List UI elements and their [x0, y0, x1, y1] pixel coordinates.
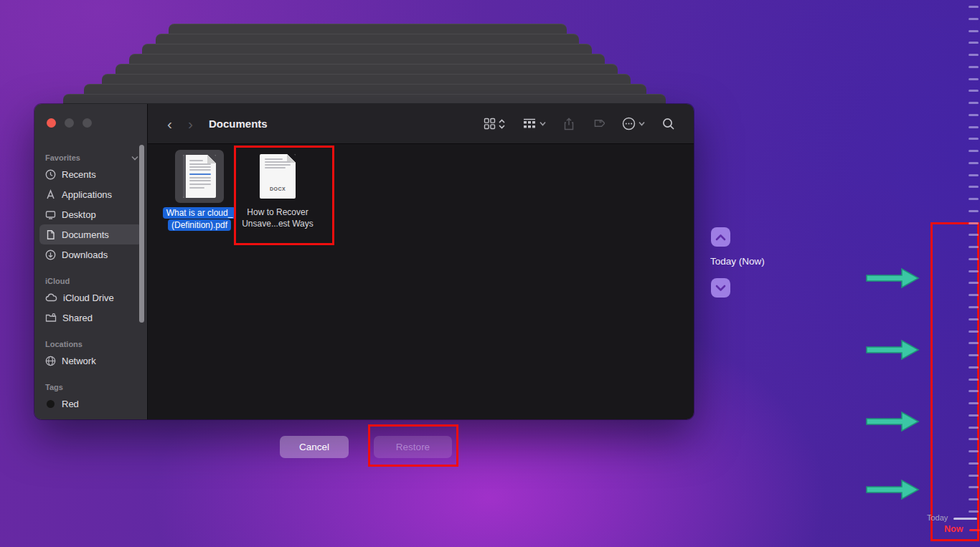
sidebar-item-tag-orange[interactable]: Orange	[39, 414, 142, 419]
sidebar-item-label: Documents	[62, 229, 109, 240]
finder-window: Favorites Recents Applications	[34, 104, 694, 419]
sidebar-item-label: Downloads	[62, 249, 108, 260]
desktop-icon	[45, 209, 56, 220]
file-pdf[interactable]: What is ar cloud_ (Definition).pdf	[161, 150, 237, 231]
sidebar-item-network[interactable]: Network	[39, 351, 142, 371]
green-arrow-icon	[864, 338, 920, 361]
sidebar-item-label: Desktop	[62, 209, 96, 220]
tags-button	[583, 118, 613, 130]
sidebar-item-desktop[interactable]: Desktop	[39, 204, 142, 224]
red-tag-dot-icon	[47, 400, 55, 408]
globe-icon	[45, 356, 56, 366]
cloud-icon	[45, 292, 57, 303]
pdf-file-icon	[175, 150, 224, 203]
file-browser-area[interactable]: What is ar cloud_ (Definition).pdf DOCX	[148, 144, 694, 419]
shared-folder-icon	[45, 313, 57, 323]
cancel-button[interactable]: Cancel	[280, 436, 349, 458]
timeline-today-label: Today	[927, 513, 948, 522]
sidebar-section-icloud: iCloud	[34, 275, 147, 287]
sidebar-item-label: Recents	[62, 169, 96, 180]
section-label: Tags	[45, 383, 63, 391]
chevron-down-icon[interactable]	[131, 156, 138, 161]
download-circle-icon	[45, 249, 56, 260]
sidebar-section-tags: Tags	[34, 381, 147, 394]
chevron-down-icon	[715, 285, 726, 292]
sidebar-item-applications[interactable]: Applications	[39, 184, 142, 204]
tag-icon	[592, 118, 605, 130]
timeline-up-button[interactable]	[711, 227, 730, 247]
timeline-now-tick[interactable]	[969, 529, 980, 531]
sidebar-item-label: Network	[62, 356, 96, 366]
grid-view-icon	[484, 118, 496, 130]
group-by-icon	[522, 118, 537, 129]
sort-chevrons-icon	[499, 119, 505, 129]
sidebar-section-locations: Locations	[34, 338, 147, 351]
sidebar-item-label: Applications	[62, 189, 112, 200]
minimize-button	[65, 118, 74, 128]
sidebar-item-recents[interactable]: Recents	[39, 164, 142, 184]
timeline-current-label: Today (Now)	[710, 256, 765, 267]
more-options-button[interactable]	[613, 117, 654, 130]
sidebar-item-downloads[interactable]: Downloads	[39, 244, 142, 265]
timeline-down-button[interactable]	[711, 278, 730, 298]
section-label: iCloud	[45, 277, 70, 285]
group-by-button[interactable]	[514, 118, 555, 129]
forward-button: ›	[188, 116, 193, 131]
window-controls	[47, 118, 92, 128]
sidebar-item-shared[interactable]: Shared	[39, 308, 142, 328]
close-button[interactable]	[47, 118, 56, 128]
zoom-button	[83, 118, 92, 128]
sidebar-section-favorites: Favorites	[34, 151, 147, 164]
timeline-today-tick[interactable]	[953, 518, 977, 520]
green-arrow-icon	[864, 267, 920, 290]
sidebar-item-documents[interactable]: Documents	[39, 224, 142, 244]
more-options-icon	[622, 117, 636, 130]
view-mode-button[interactable]	[475, 118, 514, 130]
sidebar-item-tag-red[interactable]: Red	[39, 394, 142, 414]
search-icon	[662, 118, 675, 130]
share-button	[555, 118, 583, 130]
sidebar-item-label: Red	[62, 399, 79, 409]
time-machine-screen: Favorites Recents Applications	[0, 0, 980, 547]
sidebar-item-label: Orange	[62, 419, 93, 420]
sidebar-scrollbar[interactable]	[139, 145, 144, 323]
search-button[interactable]	[654, 118, 684, 130]
restore-button[interactable]: Restore	[374, 436, 452, 458]
section-label: Favorites	[45, 153, 80, 162]
finder-sidebar: Favorites Recents Applications	[34, 104, 148, 419]
file-name-line: (Definition).pdf	[168, 219, 231, 231]
finder-toolbar: ‹ › Documents	[148, 104, 694, 144]
chevron-down-icon	[639, 121, 645, 126]
sidebar-item-label: iCloud Drive	[63, 292, 114, 303]
sidebar-item-label: Shared	[62, 313, 93, 323]
green-arrow-icon	[864, 410, 920, 433]
chevron-up-icon	[715, 234, 726, 241]
file-name-line: What is ar cloud_	[163, 207, 237, 219]
sidebar-item-icloud-drive[interactable]: iCloud Drive	[39, 287, 142, 308]
window-title: Documents	[209, 118, 268, 130]
share-icon	[563, 118, 575, 130]
document-icon	[45, 229, 56, 240]
clock-icon	[45, 169, 56, 180]
back-button[interactable]: ‹	[167, 116, 172, 131]
chevron-down-icon	[540, 121, 546, 126]
timeline-now-label: Now	[944, 524, 963, 534]
pdf-file-name: What is ar cloud_ (Definition).pdf	[163, 206, 237, 231]
section-label: Locations	[45, 340, 83, 348]
green-arrow-icon	[864, 478, 920, 501]
applications-icon	[45, 189, 56, 200]
annotation-box-docx-file	[234, 146, 334, 245]
